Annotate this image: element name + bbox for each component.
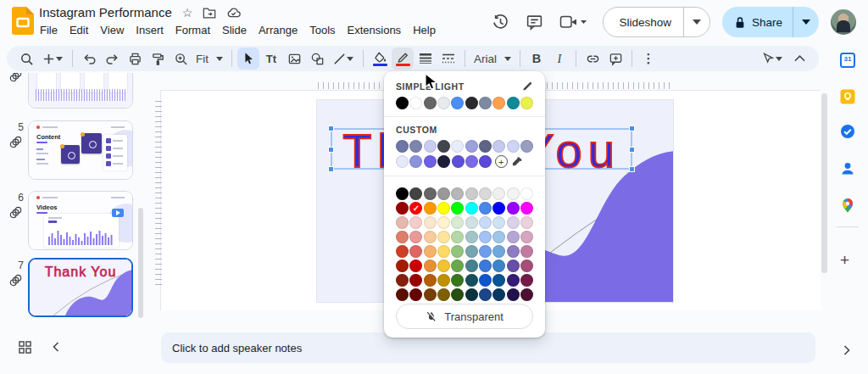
color-swatch[interactable] <box>437 274 450 287</box>
canvas-scrollbar[interactable] <box>821 93 827 273</box>
color-swatch[interactable] <box>424 202 437 215</box>
slideshow-dropdown[interactable] <box>684 20 709 25</box>
star-icon[interactable]: ☆ <box>182 7 193 19</box>
color-swatch[interactable] <box>451 202 464 215</box>
color-swatch[interactable] <box>451 274 464 287</box>
color-swatch[interactable] <box>520 187 533 200</box>
collapse-toolbar-button[interactable] <box>788 47 810 70</box>
comments-icon[interactable] <box>523 11 545 33</box>
maps-icon[interactable] <box>840 198 855 213</box>
menu-arrange[interactable]: Arrange <box>253 22 303 38</box>
color-swatch[interactable] <box>437 140 450 153</box>
color-swatch[interactable] <box>452 155 465 168</box>
pointer-tools-button[interactable] <box>756 47 787 70</box>
slide-thumbnail-5[interactable]: Content <box>28 120 133 180</box>
color-swatch[interactable] <box>396 155 409 168</box>
share-dropdown[interactable] <box>793 20 819 25</box>
color-swatch[interactable] <box>409 216 422 229</box>
bold-button[interactable]: B <box>526 47 548 70</box>
cloud-status-icon[interactable] <box>226 7 241 18</box>
color-swatch[interactable] <box>520 231 533 243</box>
color-swatch[interactable] <box>451 97 464 109</box>
transition-icon[interactable] <box>9 274 22 287</box>
color-swatch[interactable] <box>492 260 505 272</box>
color-swatch[interactable] <box>492 97 505 109</box>
slide-thumbnail-4[interactable] <box>28 73 133 109</box>
redo-button[interactable] <box>101 47 123 70</box>
insert-shape-button[interactable] <box>306 47 328 70</box>
slide-thumbnail-7-selected[interactable]: Thank You <box>28 258 133 317</box>
color-swatch[interactable] <box>465 260 478 272</box>
color-swatch[interactable] <box>507 187 520 200</box>
add-comment-button[interactable] <box>604 47 626 70</box>
color-swatch[interactable] <box>396 216 409 229</box>
meet-camera-icon[interactable] <box>557 11 591 33</box>
color-swatch[interactable] <box>451 260 464 272</box>
text-box-tool[interactable]: Tt <box>260 47 282 70</box>
document-title[interactable]: Instagram Performance <box>39 5 172 20</box>
color-swatch[interactable] <box>451 231 464 243</box>
color-swatch[interactable] <box>437 245 450 258</box>
color-swatch[interactable] <box>409 231 422 243</box>
color-swatch[interactable] <box>396 97 409 109</box>
color-swatch[interactable] <box>424 231 437 243</box>
version-history-icon[interactable] <box>489 11 511 33</box>
color-swatch[interactable] <box>396 288 409 301</box>
font-family-dropdown[interactable] <box>501 47 515 70</box>
contacts-icon[interactable] <box>840 161 855 176</box>
color-swatch[interactable] <box>465 216 478 229</box>
edit-theme-colors-icon[interactable] <box>522 81 533 92</box>
color-swatch[interactable] <box>479 155 492 168</box>
filmstrip-scrollbar[interactable] <box>138 208 143 318</box>
color-swatch[interactable] <box>437 288 450 301</box>
color-swatch[interactable] <box>396 231 409 243</box>
border-weight-button[interactable] <box>415 47 437 70</box>
collapse-filmstrip-button[interactable] <box>53 342 59 352</box>
color-swatch[interactable] <box>465 187 478 200</box>
color-swatch[interactable] <box>424 140 437 153</box>
color-swatch[interactable] <box>424 288 437 301</box>
color-swatch[interactable] <box>479 97 492 109</box>
share-main[interactable]: Share <box>722 16 793 29</box>
color-swatch[interactable] <box>437 260 450 272</box>
color-swatch[interactable] <box>396 274 409 287</box>
search-menus-icon[interactable] <box>15 47 37 70</box>
menu-file[interactable]: File <box>34 22 64 38</box>
color-swatch[interactable] <box>479 187 492 200</box>
color-swatch[interactable] <box>437 202 450 215</box>
color-swatch[interactable] <box>507 260 520 272</box>
color-swatch[interactable] <box>409 140 422 153</box>
italic-button[interactable]: I <box>548 47 570 70</box>
color-swatch[interactable] <box>492 274 505 287</box>
eyedropper-icon[interactable] <box>511 156 523 168</box>
color-swatch[interactable] <box>451 288 464 301</box>
color-swatch[interactable] <box>507 231 520 243</box>
menu-extensions[interactable]: Extensions <box>342 22 408 38</box>
color-swatch[interactable] <box>479 245 492 258</box>
color-swatch[interactable] <box>520 260 533 272</box>
paint-format-button[interactable] <box>147 47 169 70</box>
color-swatch[interactable] <box>492 245 505 258</box>
color-swatch[interactable] <box>437 216 450 229</box>
color-swatch[interactable] <box>409 155 422 168</box>
transition-icon[interactable] <box>9 206 22 219</box>
color-swatch[interactable] <box>396 260 409 272</box>
color-swatch[interactable] <box>520 288 533 301</box>
color-swatch[interactable] <box>520 97 533 109</box>
color-swatch[interactable] <box>451 187 464 200</box>
color-swatch[interactable] <box>409 274 422 287</box>
insert-line-tool[interactable] <box>329 47 358 70</box>
keep-icon[interactable] <box>840 89 855 104</box>
transition-icon[interactable] <box>9 73 22 82</box>
color-swatch[interactable] <box>424 97 437 109</box>
move-folder-icon[interactable] <box>203 7 216 19</box>
transparent-button[interactable]: Transparent <box>396 304 533 329</box>
color-swatch[interactable] <box>424 260 437 272</box>
menu-view[interactable]: View <box>94 22 130 38</box>
color-swatch[interactable] <box>465 140 478 153</box>
color-swatch[interactable] <box>479 260 492 272</box>
hide-side-panel-button[interactable] <box>843 345 850 355</box>
resize-handle-se[interactable] <box>629 166 635 172</box>
font-family-select[interactable]: Arial <box>470 53 500 65</box>
color-swatch[interactable] <box>409 288 422 301</box>
